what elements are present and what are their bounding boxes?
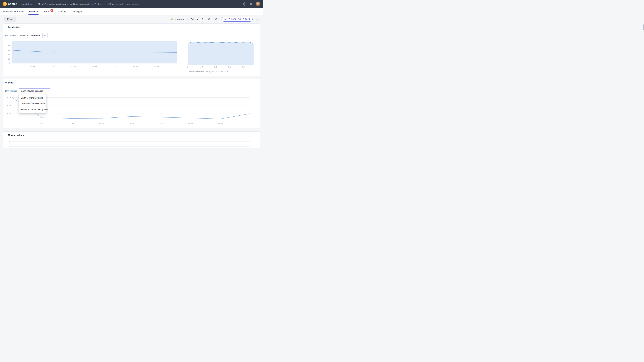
date-range-button[interactable]: Jul 10, 2024 - Jul 17, 2024	[222, 17, 252, 22]
drift-metrics-menu: Earth Movers DistancePopulation Stabilit…	[19, 94, 46, 113]
tab-label: Debugger	[72, 10, 82, 13]
chevron-down-icon	[197, 18, 198, 20]
breadcrumb-item: model_input_features	[118, 3, 139, 5]
svg-text:0.2: 0.2	[8, 58, 10, 60]
drift-metric-option[interactable]: Earth Movers Distance	[19, 95, 46, 101]
collapse-chevron-icon	[5, 134, 7, 136]
drift-section-header[interactable]: Drift	[5, 81, 258, 84]
versions-dropdown[interactable]: All versions	[170, 18, 184, 20]
svg-text:16 Jul: 16 Jul	[218, 122, 223, 124]
svg-text:0.4: 0.4	[214, 66, 217, 68]
feature-distribution-chart[interactable]: 00.20.40.60.8	[187, 40, 254, 69]
svg-text:0.8: 0.8	[8, 45, 10, 47]
feature-distribution-caption: Feature Distribution - Jul 10, 2024 to J…	[188, 71, 254, 73]
range-preset-90d[interactable]: 90d	[214, 17, 218, 21]
tab-label: Settings	[58, 10, 67, 13]
section-title: Distribution	[8, 26, 20, 28]
breadcrumb-item[interactable]: credit-scoring-monitor	[70, 3, 91, 5]
breadcrumb: comet-demos›Model Production Monitoring›…	[21, 3, 139, 5]
svg-text:13 Jul: 13 Jul	[129, 122, 134, 124]
chevron-down-icon	[183, 18, 184, 20]
svg-text:0: 0	[9, 63, 10, 65]
svg-text:12 Jul: 12 Jul	[99, 122, 104, 124]
main-content: Distribution Percentiles Minimum - Maxim…	[0, 23, 263, 148]
toolbar-right: All versions Daily 7d30d90d Jul 10, 2024…	[170, 17, 258, 22]
comet-logo[interactable]: comet	[3, 2, 16, 6]
svg-text:0: 0	[187, 66, 188, 68]
breadcrumb-separator: ›	[104, 3, 105, 5]
calendar-icon[interactable]	[256, 17, 258, 21]
svg-text:0.6: 0.6	[228, 66, 230, 68]
tab-alerts[interactable]: Alerts6	[43, 8, 54, 15]
range-preset-group: 7d30d90d	[202, 17, 218, 21]
svg-text:15 Jul: 15 Jul	[133, 66, 138, 68]
breadcrumb-item[interactable]: comet-demos	[21, 3, 34, 5]
svg-text:0.4: 0.4	[8, 54, 10, 56]
announcements-icon[interactable]	[250, 3, 252, 5]
comet-logo-icon	[3, 2, 7, 6]
interval-label: Daily	[191, 18, 196, 20]
distribution-section-header[interactable]: Distribution	[5, 26, 258, 28]
svg-text:16 Jul: 16 Jul	[154, 66, 159, 68]
navbar-actions: ?	[243, 2, 260, 6]
interval-dropdown[interactable]: Daily	[191, 18, 198, 20]
breadcrumb-separator: ›	[116, 3, 117, 5]
svg-text:12 Jul: 12 Jul	[71, 66, 76, 68]
help-icon[interactable]: ?	[243, 2, 246, 5]
missing-values-chart[interactable]: 108	[5, 139, 252, 148]
versions-label: All versions	[170, 18, 182, 20]
range-preset-30d[interactable]: 30d	[207, 17, 212, 21]
svg-text:0.01: 0.01	[8, 112, 11, 114]
percentile-band-chart[interactable]: 00.20.40.60.8110 Jul11 Jul12 Jul13 Jul14…	[5, 40, 178, 69]
svg-text:10 Jul: 10 Jul	[40, 122, 44, 124]
tab-label: Alerts	[44, 10, 50, 13]
tab-label: Model Performance	[3, 10, 24, 13]
breadcrumb-item[interactable]: Features	[94, 3, 103, 5]
svg-text:0.6: 0.6	[8, 49, 10, 51]
toolbar-divider	[188, 17, 188, 21]
svg-text:14 Jul: 14 Jul	[158, 122, 163, 124]
collapse-chevron-icon	[5, 82, 7, 84]
missing-values-section-header[interactable]: Missing Values	[5, 134, 258, 136]
drift-metric-option[interactable]: Kullback-Leibler divergence	[19, 107, 46, 112]
svg-text:10 Jul: 10 Jul	[30, 66, 35, 68]
tab-label: Features	[28, 10, 38, 13]
percentiles-dropdown[interactable]: Minimum - Maximum	[18, 33, 48, 38]
svg-text:10: 10	[9, 140, 11, 142]
section-title: Drift	[8, 81, 12, 84]
breadcrumb-separator: ›	[36, 3, 36, 5]
user-avatar[interactable]	[256, 2, 260, 6]
distribution-section: Distribution Percentiles Minimum - Maxim…	[3, 23, 260, 76]
svg-text:8: 8	[10, 145, 11, 147]
comet-logo-text: comet	[8, 2, 16, 6]
svg-text:14 Jul: 14 Jul	[112, 66, 118, 68]
tab-settings[interactable]: Settings	[58, 8, 67, 15]
svg-text:17 Jul: 17 Jul	[174, 66, 178, 68]
svg-text:0.03: 0.03	[8, 96, 11, 98]
breadcrumb-item[interactable]: Model Production Monitoring	[38, 3, 66, 5]
svg-text:1: 1	[9, 40, 10, 42]
toolbar: Filters All versions Daily 7d30d90d Jul …	[0, 15, 263, 23]
tab-model-performance[interactable]: Model Performance	[3, 8, 24, 15]
breadcrumb-item[interactable]: UtilRate	[107, 3, 114, 5]
breadcrumb-separator: ›	[67, 3, 68, 5]
percentiles-dropdown-value: Minimum - Maximum	[18, 33, 42, 38]
filters-button[interactable]: Filters	[4, 16, 16, 22]
drift-metrics-dropdown[interactable]: Earth Movers Distance	[19, 88, 50, 93]
percentiles-label: Percentiles	[5, 34, 16, 37]
section-title: Missing Values	[8, 134, 24, 136]
top-navbar: comet comet-demos›Model Production Monit…	[0, 0, 263, 8]
tab-debugger[interactable]: Debugger	[72, 8, 82, 15]
chevron-down-icon	[45, 88, 50, 93]
drift-metric-option[interactable]: Population Stability Index	[19, 101, 46, 107]
svg-text:0.02: 0.02	[8, 104, 11, 106]
svg-text:0.2: 0.2	[200, 66, 203, 68]
tab-features[interactable]: Features	[28, 8, 38, 15]
breadcrumb-separator: ›	[92, 3, 93, 5]
range-preset-7d[interactable]: 7d	[202, 17, 204, 21]
collapse-chevron-icon	[5, 26, 7, 28]
svg-text:15 Jul: 15 Jul	[188, 122, 193, 124]
svg-text:0.8: 0.8	[242, 66, 244, 68]
drift-metrics-dropdown-value: Earth Movers Distance	[19, 88, 45, 93]
svg-text:13 Jul: 13 Jul	[92, 66, 96, 68]
